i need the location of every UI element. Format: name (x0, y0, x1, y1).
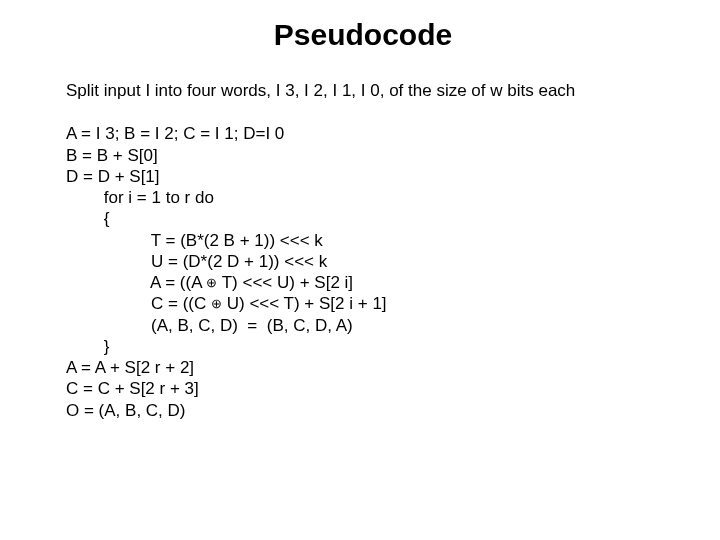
code-line: A = I 3; B = I 2; C = I 1; D=I 0 (66, 124, 284, 143)
code-line: A = A + S[2 r + 2] (66, 358, 194, 377)
code-line: A = ((A ⊕ T) <<< U) + S[2 i] (66, 273, 353, 292)
code-line: C = ((C ⊕ U) <<< T) + S[2 i + 1] (66, 294, 387, 313)
code-line: B = B + S[0] (66, 146, 158, 165)
code-line: O = (A, B, C, D) (66, 401, 186, 420)
code-line: T = (B*(2 B + 1)) <<< k (66, 231, 323, 250)
code-line: (A, B, C, D) = (B, C, D, A) (66, 316, 353, 335)
slide-title: Pseudocode (66, 18, 660, 52)
xor-icon: ⊕ (206, 275, 217, 290)
code-line: { (66, 209, 109, 228)
pseudocode-block: A = I 3; B = I 2; C = I 1; D=I 0 B = B +… (66, 123, 660, 421)
slide: Pseudocode Split input I into four words… (0, 0, 720, 540)
code-line: D = D + S[1] (66, 167, 160, 186)
code-line: } (66, 337, 109, 356)
intro-text: Split input I into four words, I 3, I 2,… (66, 80, 660, 101)
code-line: for i = 1 to r do (66, 188, 214, 207)
code-line: U = (D*(2 D + 1)) <<< k (66, 252, 327, 271)
xor-icon: ⊕ (211, 297, 222, 312)
code-line: C = C + S[2 r + 3] (66, 379, 199, 398)
